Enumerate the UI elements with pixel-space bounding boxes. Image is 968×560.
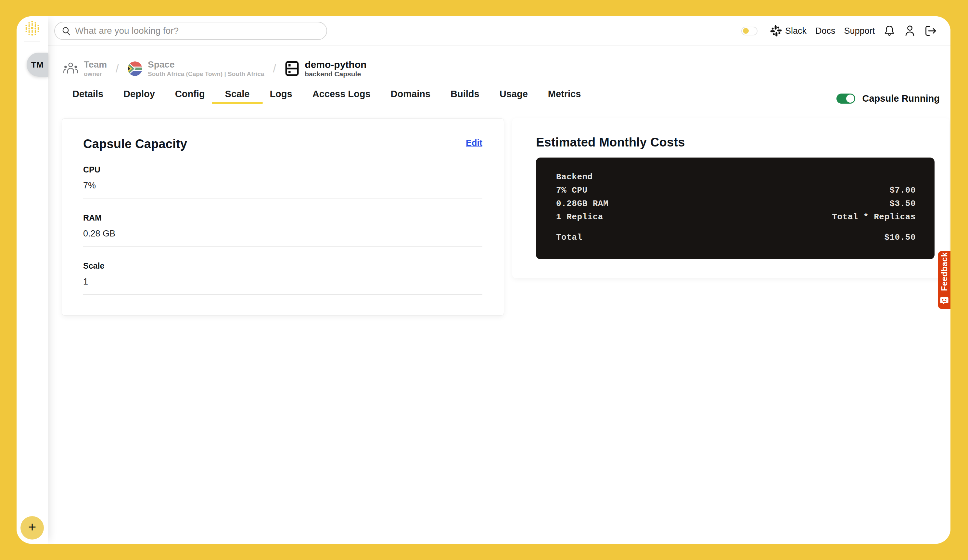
slack-link[interactable]: Slack [770,25,807,37]
cost-cpu-label: 7% CPU [556,186,588,195]
sidebar-divider [24,41,40,42]
breadcrumb-capsule-title: demo-python [305,60,366,70]
breadcrumb-capsule-subtitle: backend Capsule [305,71,366,77]
scale-value: 1 [83,277,482,287]
capsule-capacity-card: Capsule Capacity Edit CPU 7% RAM 0.28 GB… [62,118,504,316]
feedback-tab[interactable]: Feedback [938,251,950,309]
row-divider [83,198,482,199]
cost-replica-value: Total * Replicas [832,212,916,222]
add-button[interactable]: + [20,516,44,540]
breadcrumb-team-title: Team [84,60,107,70]
breadcrumb-team-subtitle: owner [84,71,107,77]
costs-card-title: Estimated Monthly Costs [536,134,935,150]
tab-config[interactable]: Config [175,88,205,99]
cpu-value: 7% [83,180,482,191]
edit-capacity-link[interactable]: Edit [466,138,482,148]
team-icon [63,62,78,76]
cost-row-total: Total $10.50 [556,233,916,242]
avatar-initials: TM [31,60,44,70]
team-avatar[interactable]: TM [27,53,48,77]
row-divider [83,294,482,295]
notifications-button[interactable] [883,25,895,37]
cost-group-label: Backend [556,172,593,182]
feedback-label: Feedback [938,251,950,292]
slack-label: Slack [785,26,807,36]
notifications-icon [883,25,895,37]
logout-icon [925,25,938,37]
monthly-costs-card: Estimated Monthly Costs Backend 7% CPU $… [512,118,949,278]
account-button[interactable] [904,25,916,37]
slack-icon [770,25,782,37]
cost-total-label: Total [556,233,582,242]
tab-details[interactable]: Details [73,88,103,99]
capsule-running-control: Capsule Running [837,93,940,104]
search-icon [61,26,71,36]
cost-ram-label: 0.28GB RAM [556,199,608,209]
cost-total-value: $10.50 [884,233,916,242]
search-input[interactable] [75,26,320,36]
breadcrumb-team[interactable]: Team owner [63,60,107,77]
cpu-label: CPU [83,165,482,174]
cost-replica-label: 1 Replica [556,212,603,222]
tab-deploy[interactable]: Deploy [123,88,155,99]
capsule-running-label: Capsule Running [862,93,940,104]
breadcrumb-separator: / [116,62,119,75]
tab-access-logs[interactable]: Access Logs [313,88,371,99]
tab-usage[interactable]: Usage [500,88,528,99]
scale-label: Scale [83,261,482,270]
cost-row-cpu: 7% CPU $7.00 [556,186,916,195]
theme-toggle[interactable] [741,27,757,35]
sidebar: TM + [17,16,48,544]
breadcrumb-space-subtitle: South Africa (Cape Town) | South Africa [148,71,264,77]
capsule-tabs: Details Deploy Config Scale Logs Access … [73,88,581,99]
logout-button[interactable] [925,25,938,37]
tab-logs[interactable]: Logs [270,88,292,99]
ram-label: RAM [83,213,482,222]
ram-value: 0.28 GB [83,229,482,239]
theme-toggle-knob [743,28,749,34]
docs-link[interactable]: Docs [816,26,835,36]
tab-scale[interactable]: Scale [225,88,250,99]
cost-ram-value: $3.50 [889,199,916,209]
capsule-icon [285,61,299,76]
breadcrumb-capsule[interactable]: demo-python backend Capsule [285,60,366,77]
tab-metrics[interactable]: Metrics [548,88,581,99]
logo-icon[interactable] [24,20,41,37]
row-divider [83,246,482,247]
toggle-knob [846,94,854,103]
breadcrumb: Team owner / [63,60,366,77]
cost-cpu-value: $7.00 [889,186,916,195]
main-window: TM + [17,16,950,544]
capacity-card-title: Capsule Capacity [83,136,187,152]
search-bar[interactable] [54,22,327,40]
top-bar: Slack Docs Support [48,16,950,46]
cost-row-ram: 0.28GB RAM $3.50 [556,199,916,209]
breadcrumb-space[interactable]: Space South Africa (Cape Town) | South A… [128,60,264,77]
tab-builds[interactable]: Builds [451,88,479,99]
header-actions: Slack Docs Support [741,25,938,37]
tab-domains[interactable]: Domains [391,88,430,99]
breadcrumb-space-title: Space [148,60,264,70]
support-link[interactable]: Support [844,26,875,36]
breadcrumb-separator: / [273,62,276,75]
costs-breakdown: Backend 7% CPU $7.00 0.28GB RAM $3.50 1 … [536,157,935,259]
cost-row-replica: 1 Replica Total * Replicas [556,212,916,222]
account-icon [904,25,916,37]
capsule-running-toggle[interactable] [837,94,855,104]
feedback-icon [940,297,948,305]
main-content: Team owner / [48,47,950,544]
space-flag-icon [128,61,142,76]
